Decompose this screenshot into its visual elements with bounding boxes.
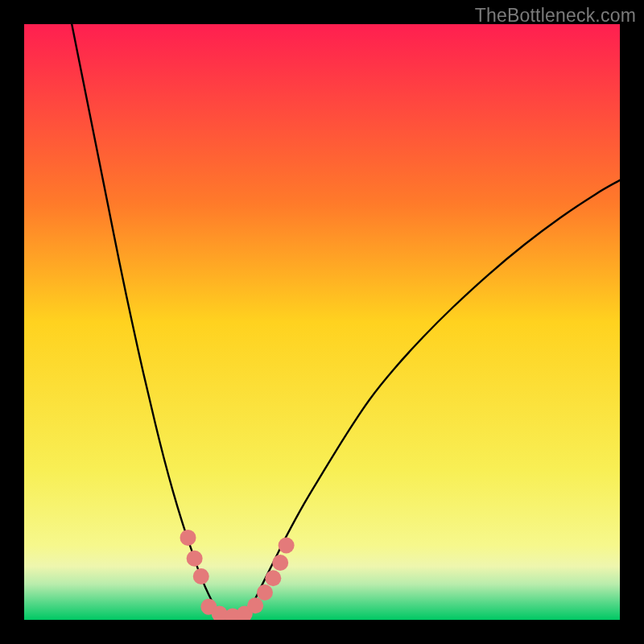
marker-markers-bottom-6 [265, 570, 281, 586]
marker-markers-left-1 [187, 551, 203, 567]
marker-markers-bottom-5 [257, 584, 273, 601]
marker-markers-left-0 [180, 530, 196, 546]
marker-markers-right-0 [279, 538, 295, 554]
gradient-background [24, 24, 620, 620]
chart-plot [24, 24, 620, 620]
marker-markers-bottom-7 [272, 555, 288, 571]
marker-markers-bottom-4 [247, 597, 263, 613]
chart-frame: TheBottleneck.com [0, 0, 644, 644]
marker-markers-left-2 [193, 568, 209, 584]
watermark-label: TheBottleneck.com [475, 5, 636, 27]
